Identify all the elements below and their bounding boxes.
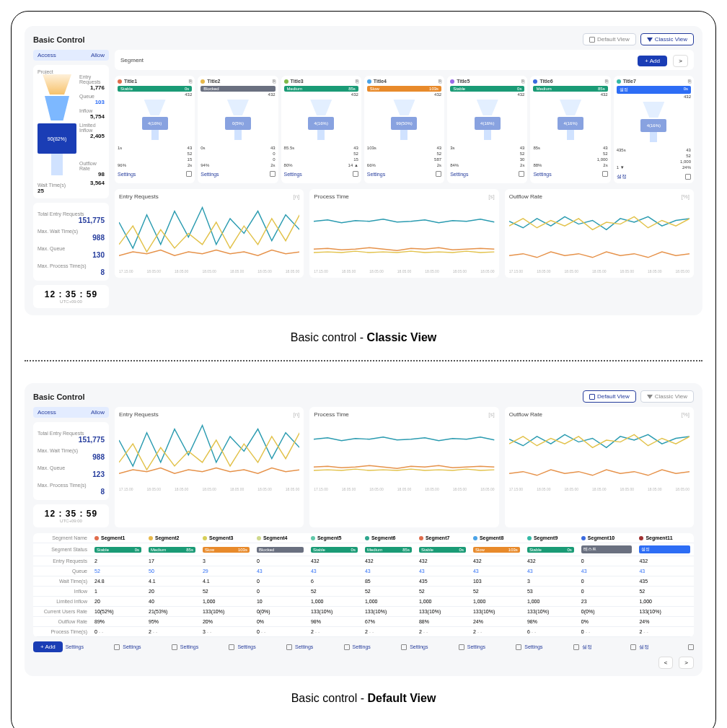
settings-link[interactable]: Settings [524,644,542,649]
caption-classic: Basic control - Classic View [25,331,702,344]
next-page-button[interactable]: > [679,657,694,669]
settings-link[interactable]: Settings [66,644,84,649]
settings-link[interactable]: Settings [533,172,551,177]
prev-page-button[interactable]: < [658,657,674,669]
add-button[interactable]: + Add [33,641,63,652]
chart-card: Outflow Rate[%] 17.15.0018.05.0018.05.00… [505,189,694,278]
delete-icon[interactable] [114,644,120,650]
delete-icon[interactable] [630,644,636,650]
delete-icon[interactable] [270,171,276,177]
settings-link[interactable]: 설정 [639,644,649,651]
default-view-button[interactable]: Default View [583,33,636,45]
grid-icon [589,37,595,43]
page-title: Basic Control [33,35,85,44]
delete-icon[interactable] [688,644,694,650]
delete-icon[interactable] [602,171,608,177]
default-view-button[interactable]: Default View [583,390,636,403]
segment-card[interactable]: Title3⎘ Medium85s 432 4(16%) 85.5s43 52 … [281,76,361,183]
grid-icon [589,394,595,400]
clock-card: 12 : 35 : 59 UTC+09:00 [33,504,109,527]
delete-icon[interactable] [353,171,358,177]
delete-icon[interactable] [685,174,691,180]
settings-link[interactable]: Settings [123,644,141,649]
filter-icon [647,38,653,42]
settings-link[interactable]: Settings [367,172,385,177]
delete-icon[interactable] [573,644,579,650]
delete-icon[interactable] [172,644,177,650]
settings-link[interactable]: Settings [118,172,136,177]
segment-card[interactable]: Title1⎘ Stable0s 432 4(16%) 1s43 52 15 9… [115,76,195,183]
delete-icon[interactable] [436,171,441,177]
segment-card[interactable]: Title4⎘ Slow103s 432 99(50%) 103s43 52 5… [364,76,444,183]
classic-view-button[interactable]: Classic View [640,390,694,403]
stats-card: Total Entry Requests151,775 Max. Wait Ti… [33,203,109,281]
settings-link[interactable]: 설정 [617,173,627,180]
delete-icon[interactable] [344,644,350,650]
chart-card: Process Time[s] 17.15.0018.05.0018.05.00… [309,189,498,278]
default-panel: Basic Control Default View Classic View … [25,383,702,676]
add-button[interactable]: + Add [638,56,667,66]
page-title: Basic Control [33,392,85,401]
divider [25,360,702,361]
settings-link[interactable]: Settings [237,644,255,649]
current-users-badge: 90(82%) [38,123,76,154]
app-frame: Basic Control Default View Classic View … [11,11,716,728]
chart-card: Outflow Rate[%] 17.15.0018.05.0018.05.00… [505,407,694,527]
delete-icon[interactable] [519,171,524,177]
chart-card: Entry Requests[n] 17.15.0018.05.0018.05.… [115,189,304,278]
settings-link[interactable]: Settings [467,644,485,649]
settings-link[interactable]: Settings [353,644,371,649]
stats-card-default: Total Entry Requests151,775 Max. Wait Ti… [33,422,109,500]
project-card: Project 90(82%) Wait Time(s)25 [33,65,109,198]
chart-card: Process Time[s] 17.15.0018.05.0018.05.00… [309,407,498,527]
chart-card: Entry Requests[n] 17.15.0018.05.0018.05.… [115,407,304,527]
delete-icon[interactable] [516,644,521,650]
delete-icon[interactable] [459,644,464,650]
classic-panel: Basic Control Default View Classic View … [25,26,702,315]
filter-icon [647,395,653,399]
segment-card[interactable]: Title6⎘ Medium85s 432 4(16%) 85s43 52 1,… [530,76,610,183]
next-button[interactable]: > [673,55,688,67]
caption-default: Basic control - Default View [25,692,702,705]
classic-view-button[interactable]: Classic View [640,33,694,45]
segment-card[interactable]: Title5⎘ Stable0s 432 4(16%) 3s43 52 30 8… [447,76,527,183]
delete-icon[interactable] [286,644,292,650]
settings-link[interactable]: Settings [450,172,468,177]
segment-header: Segment [120,57,144,63]
settings-link[interactable]: Settings [180,644,198,649]
access-toggle[interactable]: AccessAllow [33,407,109,418]
segment-card[interactable]: Title2⎘ Blocked 432 0(5%) 0s43 0 0 94%2s… [198,76,278,183]
delete-icon[interactable] [186,171,192,177]
settings-link[interactable]: 설정 [582,644,592,651]
segment-card[interactable]: Title7⎘ 설정0s 432 4(16%) 435s43 52 1,000 … [614,76,694,183]
settings-link[interactable]: Settings [295,644,313,649]
segment-table: Segment NameSegment1Segment2Segment3Segm… [33,533,694,637]
delete-icon[interactable] [401,644,407,650]
settings-link[interactable]: Settings [284,172,302,177]
access-toggle[interactable]: AccessAllow [33,50,109,61]
settings-link[interactable]: Settings [410,644,428,649]
settings-link[interactable]: Settings [201,172,219,177]
clock-card: 12 : 35 : 59 UTC+09:00 [33,285,109,308]
delete-icon[interactable] [229,644,234,650]
